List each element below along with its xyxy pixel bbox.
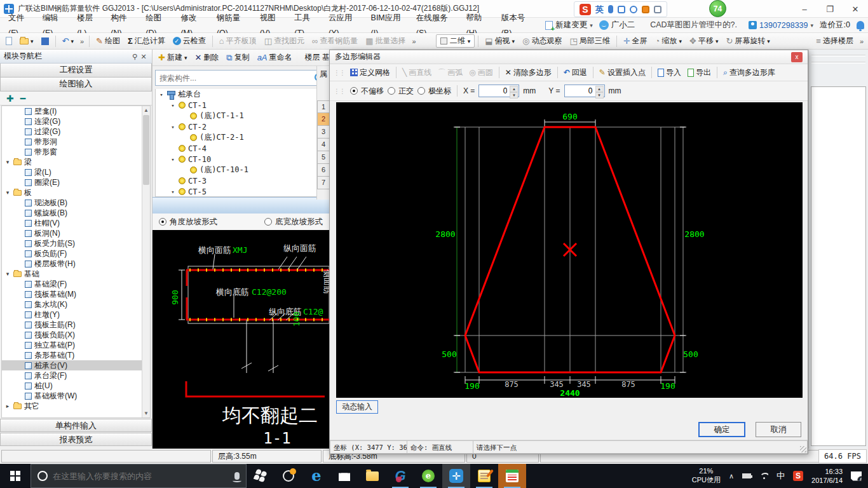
rename-component-button[interactable]: aA重命名 xyxy=(254,51,295,64)
find-element-button[interactable]: ◫查找图元 xyxy=(261,34,308,48)
sidebar-tree-item[interactable]: 筏板基础(M) xyxy=(2,289,150,299)
tab-drawing-input[interactable]: 绘图输入 xyxy=(0,78,152,92)
batch-select-button[interactable]: ▦批量选择 xyxy=(362,34,409,48)
sidebar-tree-item[interactable]: 板洞(N) xyxy=(2,228,150,238)
new-component-button[interactable]: ✚新建▾ xyxy=(155,51,190,64)
sidebar-tree-item[interactable]: 楼层板带(H) xyxy=(2,259,150,269)
notification-bell[interactable] xyxy=(857,21,864,29)
taskbar-ggj-app[interactable]: ✛ xyxy=(442,464,470,488)
taskbar-edge[interactable]: e xyxy=(302,464,330,488)
sidebar-tree-item[interactable]: ▾板 xyxy=(2,187,150,198)
collapse-all-icon[interactable]: ━ xyxy=(20,94,25,103)
polygon-canvas[interactable]: 690 2800 2800 500 500 190 190 875 875 34… xyxy=(336,102,803,398)
close-icon[interactable]: ✕ xyxy=(139,52,148,61)
wrench-icon[interactable] xyxy=(654,6,661,13)
scrolling-notice[interactable]: CAD草图图片管理中的?. xyxy=(650,20,737,30)
wifi-icon[interactable] xyxy=(759,473,768,480)
view-mode-dropdown[interactable]: 二维▾ xyxy=(436,34,475,48)
sidebar-tree-item[interactable]: 承台梁(F) xyxy=(2,370,150,381)
tray-expand-icon[interactable]: ∧ xyxy=(729,472,734,480)
view-rebar-button[interactable]: ∞查看钢筋量 xyxy=(309,34,361,48)
sidebar-tree-item[interactable]: 柱墩(Y) xyxy=(2,309,150,320)
speed-ball[interactable]: 74 xyxy=(709,0,726,17)
sidebar-tree-item[interactable]: 带形窗 xyxy=(2,147,150,157)
y-input[interactable] xyxy=(565,86,594,95)
spin-up-icon[interactable]: ▲ xyxy=(510,86,518,92)
component-tree-item[interactable]: ▾CT-2 xyxy=(156,121,325,132)
define-grid-button[interactable]: 定义网格 xyxy=(348,66,393,79)
cpu-usage[interactable]: 21% CPU使用 xyxy=(692,467,721,485)
slope-width-radio[interactable]: 底宽放坡形式 xyxy=(264,217,323,227)
sidebar-tree-item[interactable]: 独立基础(P) xyxy=(2,340,150,350)
taskbar-active-app[interactable] xyxy=(498,464,526,488)
align-slab-top-button[interactable]: ⌂平齐板顶 xyxy=(216,34,260,48)
component-tree-item[interactable]: CT-3 xyxy=(156,175,325,186)
input-language-indicator[interactable]: 中 xyxy=(776,470,785,482)
dialog-close-button[interactable]: x xyxy=(791,52,803,62)
draw-line-button[interactable]: ╲画直线 xyxy=(400,66,434,79)
rotate-screen-button[interactable]: ↻屏幕旋转▾ xyxy=(722,34,773,48)
dynamic-input-button[interactable]: 动态输入 xyxy=(336,400,378,414)
cloud-check-button[interactable]: ✓云检查 xyxy=(170,34,209,48)
set-insert-point-button[interactable]: ✎设置插入点 xyxy=(597,66,648,79)
taskbar-file-explorer[interactable] xyxy=(358,464,386,488)
property-row-header[interactable]: 2 xyxy=(317,113,330,126)
slope-angle-radio[interactable]: 角度放坡形式 xyxy=(159,217,217,227)
property-row-header[interactable]: 5 xyxy=(317,151,330,164)
assistant-button[interactable]: 广小二 xyxy=(599,20,635,30)
toolbar-overflow-chevron[interactable]: » xyxy=(78,37,86,45)
export-button[interactable]: 导出 xyxy=(685,66,714,79)
pan-button[interactable]: ✥平移▾ xyxy=(686,34,721,48)
toolbar-overflow-chevron[interactable]: » xyxy=(858,37,865,45)
scroll-up-icon[interactable]: ▲ xyxy=(142,106,150,114)
polar-radio[interactable]: 极坐标 xyxy=(417,86,451,97)
pin-icon[interactable]: ⚲ xyxy=(130,52,139,61)
taskbar-notes-app[interactable] xyxy=(470,464,498,488)
ok-button[interactable]: 确定 xyxy=(698,422,745,437)
spinner-arrows[interactable]: ▲▼ xyxy=(510,86,518,96)
component-tree-item[interactable]: (底)CT-1-1 xyxy=(156,111,325,121)
account-button[interactable]: 13907298339 ▾ xyxy=(749,21,813,30)
query-polygon-library-button[interactable]: ⌕查询多边形库 xyxy=(721,66,778,79)
sidebar-tree-item[interactable]: 板受力筋(S) xyxy=(2,238,150,248)
component-tree-item[interactable]: ▾CT-1 xyxy=(156,100,325,111)
draw-circle-button[interactable]: ◎画圆 xyxy=(466,66,495,79)
orbit-button[interactable]: ◎动态观察 xyxy=(519,34,565,48)
ime-toolbar[interactable]: S 英 xyxy=(574,1,667,17)
component-tree-item[interactable]: CT-4 xyxy=(156,143,325,154)
draw-button[interactable]: ✎绘图 xyxy=(93,34,123,48)
sogou-logo-icon[interactable]: S xyxy=(580,4,591,15)
property-row-header[interactable]: 3 xyxy=(317,126,330,139)
sidebar-tree-item[interactable]: 壁龛(I) xyxy=(2,106,150,116)
open-file-button[interactable]: ▾ xyxy=(17,37,37,46)
sidebar-tree-item[interactable]: 桩(U) xyxy=(2,381,150,391)
draw-arc-button[interactable]: ⌒画弧 xyxy=(435,66,465,79)
scrollbar[interactable]: ▲ ▼ xyxy=(142,106,150,417)
top-view-button[interactable]: ⬓俯视▾ xyxy=(482,34,518,48)
cancel-button[interactable]: 取消 xyxy=(756,422,801,437)
keyboard-icon[interactable] xyxy=(618,6,625,13)
section-preview-canvas[interactable]: 横向面筋 XMJ 纵向面筋 横向底筋 C12@200 纵向底筋 C12@ 侧面筋… xyxy=(153,230,329,449)
component-tree-item[interactable]: (底)CT-2-1 xyxy=(156,132,325,143)
sidebar-tree-item[interactable]: 螺旋板(B) xyxy=(2,208,150,218)
report-preview-button[interactable]: 报表预览 xyxy=(0,433,152,446)
sogou-tray-icon[interactable]: S xyxy=(793,471,803,481)
taskbar-alarm-app[interactable] xyxy=(275,464,302,488)
floor-selector[interactable]: 楼层 基 xyxy=(302,51,329,64)
sidebar-tree-item[interactable]: 集水坑(K) xyxy=(2,299,150,309)
copy-component-button[interactable]: ⧉复制 xyxy=(223,51,252,64)
delete-component-button[interactable]: ✕删除 xyxy=(191,51,222,64)
sidebar-tree-item[interactable]: 筏板主筋(R) xyxy=(2,320,150,330)
orthogonal-radio[interactable]: 正交 xyxy=(388,86,414,97)
sidebar-tree-item[interactable]: 基础板带(W) xyxy=(2,391,150,401)
search-input[interactable] xyxy=(156,74,312,83)
x-input[interactable] xyxy=(479,86,508,95)
sidebar-tree-item[interactable]: ▸其它 xyxy=(2,401,150,411)
save-button[interactable] xyxy=(38,36,52,46)
notification-center-icon[interactable]: 6 xyxy=(851,471,862,481)
import-button[interactable]: 导入 xyxy=(655,66,684,79)
component-tree-item[interactable]: ▾桩承台 xyxy=(156,89,325,100)
minimize-button[interactable]: – xyxy=(792,0,817,18)
new-file-button[interactable] xyxy=(3,36,15,46)
sidebar-tree-item[interactable]: 筏板负筋(X) xyxy=(2,330,150,340)
